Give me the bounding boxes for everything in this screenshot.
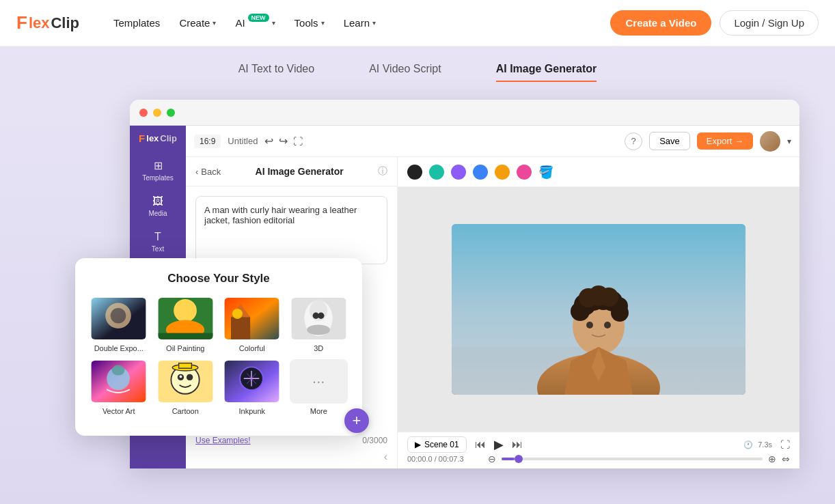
svg-point-19 bbox=[111, 308, 126, 324]
add-style-button[interactable]: + bbox=[344, 408, 369, 433]
ai-new-badge: NEW bbox=[248, 14, 269, 22]
style-thumb-3d bbox=[290, 296, 348, 341]
style-label: Cartoon bbox=[172, 407, 199, 415]
clock-icon: 🕐 bbox=[743, 440, 753, 449]
back-chevron-icon: ‹ bbox=[195, 167, 198, 177]
style-thumb-inkpunk bbox=[223, 359, 281, 404]
style-thumb-colorful bbox=[223, 296, 281, 341]
canvas-content bbox=[398, 187, 799, 432]
nav-templates[interactable]: Templates bbox=[113, 17, 160, 29]
user-avatar[interactable] bbox=[760, 131, 780, 152]
aspect-ratio-selector[interactable]: 16:9 bbox=[194, 135, 221, 148]
document-title[interactable]: Untitled bbox=[228, 136, 258, 146]
style-item-vector-art[interactable]: Vector Art bbox=[89, 359, 149, 415]
style-item-cartoon[interactable]: Cartoon bbox=[156, 359, 216, 415]
fullscreen-icon[interactable]: ⛶ bbox=[293, 136, 303, 147]
style-thumb-vector-art bbox=[90, 359, 148, 404]
color-swatch-yellow[interactable] bbox=[495, 165, 510, 180]
timeline-bar: ▶ Scene 01 ⏮ ▶ ⏭ 🕐 7.3s ⛶ bbox=[398, 432, 799, 468]
collapse-icon[interactable]: ‹ bbox=[384, 451, 387, 463]
nav-right: Create a Video Login / Sign Up bbox=[610, 10, 819, 36]
sidebar-item-templates[interactable]: ⊞ Templates bbox=[133, 154, 182, 187]
style-grid: Double Expo... Oil Painting bbox=[89, 296, 348, 415]
zoom-out-icon[interactable]: ⊖ bbox=[488, 453, 496, 464]
tab-ai-video-script[interactable]: AI Video Script bbox=[369, 63, 441, 82]
use-examples-link[interactable]: Use Examples! bbox=[195, 436, 251, 445]
zoom-in-icon[interactable]: ⊕ bbox=[768, 453, 776, 464]
create-video-button[interactable]: Create a Video bbox=[610, 10, 711, 36]
prev-scene-icon[interactable]: ⏮ bbox=[475, 438, 486, 451]
nav-ai[interactable]: AI NEW ▾ bbox=[235, 17, 275, 29]
style-thumb-oil-painting bbox=[156, 296, 215, 341]
nav-tools[interactable]: Tools ▾ bbox=[295, 17, 325, 29]
nav-learn[interactable]: Learn ▾ bbox=[344, 17, 376, 29]
popup-title: Choose Your Style bbox=[89, 272, 348, 285]
style-item-3d[interactable]: 3D bbox=[289, 296, 349, 352]
svg-point-40 bbox=[187, 374, 193, 380]
canvas-area: 🪣 bbox=[398, 157, 799, 468]
style-item-colorful[interactable]: Colorful bbox=[222, 296, 282, 352]
style-label: Colorful bbox=[239, 344, 265, 352]
style-item-oil-painting[interactable]: Oil Painting bbox=[156, 296, 216, 352]
editor-toolbar: 16:9 Untitled ↩ ↪ ⛶ ? Save Export → ▾ bbox=[186, 126, 799, 157]
tab-ai-text-to-video[interactable]: AI Text to Video bbox=[238, 63, 314, 82]
export-button[interactable]: Export → bbox=[697, 132, 753, 150]
timeline-playhead[interactable] bbox=[515, 455, 523, 463]
svg-point-11 bbox=[611, 304, 629, 322]
svg-point-33 bbox=[307, 324, 330, 335]
sidebar-item-label: Text bbox=[152, 245, 164, 253]
play-pause-icon[interactable]: ▶ bbox=[494, 437, 504, 452]
svg-point-41 bbox=[179, 376, 182, 378]
redo-icon[interactable]: ↪ bbox=[279, 135, 288, 148]
sidebar-item-text[interactable]: T Text bbox=[133, 225, 182, 258]
scrubber-row: 00:00.0 / 00:07.3 ⊖ ⊕ ⇔ bbox=[407, 453, 790, 464]
panel-info-icon[interactable]: ⓘ bbox=[378, 165, 387, 178]
chevron-down-icon: ▾ bbox=[213, 19, 216, 27]
timeline-progress-fill bbox=[502, 458, 515, 460]
char-count: 0/3000 bbox=[362, 436, 387, 445]
logo[interactable]: FlexClip bbox=[16, 12, 92, 33]
toolbar-icons: ↩ ↪ ⛶ bbox=[264, 135, 303, 148]
panel-collapse: ‹ bbox=[186, 451, 397, 468]
color-swatch-black[interactable] bbox=[407, 165, 422, 180]
sidebar-item-media[interactable]: 🖼 Media bbox=[133, 190, 182, 223]
window-minimize-dot[interactable] bbox=[153, 109, 161, 117]
panel-back-button[interactable]: ‹ Back bbox=[195, 167, 221, 177]
scene-button[interactable]: ▶ Scene 01 bbox=[407, 436, 467, 453]
svg-point-30 bbox=[310, 300, 327, 321]
svg-point-21 bbox=[174, 299, 197, 322]
fit-timeline-icon[interactable]: ⇔ bbox=[782, 453, 790, 464]
style-item-double-expo[interactable]: Double Expo... bbox=[89, 296, 149, 352]
prompt-textarea[interactable] bbox=[195, 196, 387, 264]
help-button[interactable]: ? bbox=[625, 132, 642, 150]
style-item-inkpunk[interactable]: Inkpunk bbox=[222, 359, 282, 415]
tab-ai-image-generator[interactable]: AI Image Generator bbox=[496, 63, 597, 82]
window-close-dot[interactable] bbox=[139, 109, 148, 117]
nav-create[interactable]: Create ▾ bbox=[179, 17, 216, 29]
sidebar-item-label: Media bbox=[148, 210, 167, 217]
timeline-scrubber[interactable] bbox=[502, 458, 763, 460]
fill-bucket-icon[interactable]: 🪣 bbox=[538, 165, 553, 180]
logo-clip-text: Clip bbox=[51, 14, 79, 32]
time-current: 00:00.0 / 00:07.3 bbox=[407, 455, 482, 463]
user-menu-chevron-icon[interactable]: ▾ bbox=[787, 137, 791, 146]
style-label: Inkpunk bbox=[238, 407, 265, 415]
save-button[interactable]: Save bbox=[649, 132, 690, 150]
svg-point-27 bbox=[232, 309, 243, 319]
style-item-more[interactable]: ··· More bbox=[289, 359, 349, 415]
color-swatch-blue[interactable] bbox=[473, 165, 488, 180]
color-swatch-purple[interactable] bbox=[451, 165, 466, 180]
fullscreen-timeline-icon[interactable]: ⛶ bbox=[780, 439, 790, 450]
svg-point-14 bbox=[599, 288, 618, 307]
chevron-down-icon: ▾ bbox=[321, 19, 325, 27]
timeline-controls: ▶ Scene 01 ⏮ ▶ ⏭ 🕐 7.3s ⛶ bbox=[407, 436, 790, 453]
undo-icon[interactable]: ↩ bbox=[264, 135, 273, 148]
login-button[interactable]: Login / Sign Up bbox=[720, 10, 819, 36]
window-maximize-dot[interactable] bbox=[167, 109, 175, 117]
next-scene-icon[interactable]: ⏭ bbox=[512, 438, 523, 451]
canvas-image-inner bbox=[452, 224, 745, 395]
style-label: 3D bbox=[314, 344, 323, 352]
svg-point-16 bbox=[604, 322, 611, 328]
color-swatch-pink[interactable] bbox=[517, 165, 532, 180]
color-swatch-teal[interactable] bbox=[429, 165, 444, 180]
